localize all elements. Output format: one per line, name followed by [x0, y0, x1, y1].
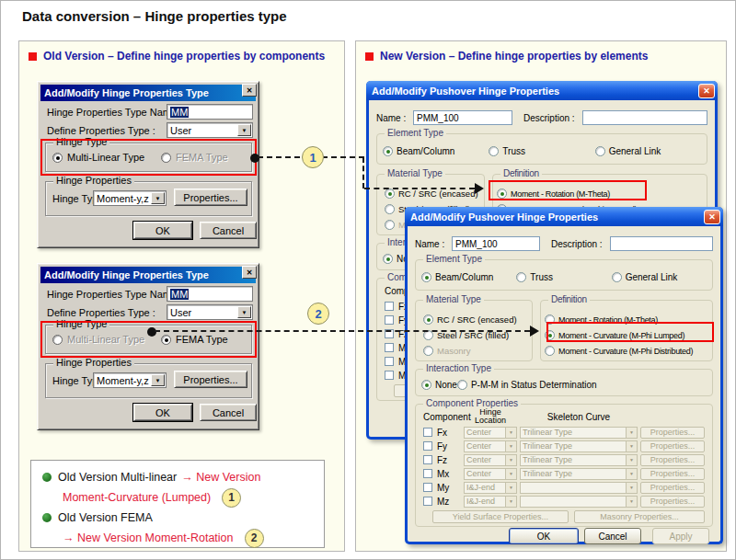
chevron-down-icon: ▼: [626, 455, 637, 465]
dashed-connector-1: [362, 157, 364, 189]
component-label: My: [437, 483, 449, 493]
highlight-box-mphi-lumped: [546, 322, 714, 342]
hinge-type-value: Moment-y,z: [97, 375, 149, 386]
legend-box: Old Version Multi-linear → New Version M…: [30, 460, 325, 548]
radio-beam-column-label: Beam/Column: [435, 272, 493, 282]
skeleton-curve-select: Trilinear Type▼: [520, 440, 638, 452]
chevron-down-icon[interactable]: ▼: [237, 124, 251, 136]
hinge-name-input[interactable]: MM: [167, 286, 253, 302]
radio-none[interactable]: None: [421, 380, 457, 390]
hinge-type-value: Moment-y,z: [97, 193, 149, 204]
radio-rc-src[interactable]: RC / SRC (encased): [423, 312, 528, 327]
component-checkbox[interactable]: [423, 469, 432, 478]
radio-masonry: Masonry: [423, 343, 528, 359]
define-type-select[interactable]: User ▼: [167, 304, 253, 320]
chevron-down-icon: ▼: [626, 469, 637, 479]
col-component: Component: [423, 412, 464, 422]
radio-beam-column-label: Beam/Column: [397, 146, 454, 156]
radio-icon: [595, 146, 605, 156]
radio-beam-column[interactable]: Beam/Column: [421, 272, 516, 282]
legend-item-2-red: → New Version Moment-Rotation: [63, 528, 234, 548]
name-label: Name :: [415, 239, 452, 249]
define-type-value: User: [170, 307, 191, 318]
radio-mphi-distributed[interactable]: Moment - Curvature (M-Phi Distributed): [545, 343, 710, 359]
component-checkbox[interactable]: [385, 357, 394, 366]
define-type-select[interactable]: User ▼: [167, 122, 253, 138]
pushover-hinge-dialog-front: Add/Modify Pushover Hinge Properties ✕ N…: [405, 207, 723, 544]
component-group-label: Component Properties: [423, 399, 521, 408]
chevron-down-icon: ▼: [505, 455, 516, 465]
callout-badge-1: 1: [302, 146, 324, 168]
component-checkbox[interactable]: [385, 315, 394, 325]
arrow-head-icon: [475, 183, 484, 194]
close-icon[interactable]: ✕: [704, 210, 720, 224]
chevron-down-icon: ▼: [505, 441, 516, 451]
row-properties-button: Properties...: [640, 482, 705, 494]
component-checkbox[interactable]: [385, 371, 394, 380]
radio-truss[interactable]: Truss: [516, 272, 611, 282]
radio-general-link[interactable]: General Link: [595, 146, 701, 156]
component-checkbox[interactable]: [423, 497, 432, 506]
dialog-title: Add/Modify Pushover Hinge Properties: [372, 86, 559, 97]
legend-item-1: Old Version Multi-linear → New Version: [42, 467, 313, 487]
dialog-title: Add/Modify Hinge Properties Type: [44, 269, 209, 280]
cancel-button[interactable]: Cancel: [200, 404, 257, 421]
component-checkbox[interactable]: [385, 343, 394, 352]
description-label: Description :: [523, 113, 582, 123]
name-row: Name : PMM_100 Description :: [415, 235, 713, 252]
legend-item-1-line2: Moment-Curvature (Lumped) 1: [42, 487, 313, 508]
hinge-type-select[interactable]: Moment-y,z ▼: [93, 190, 167, 206]
radio-icon: [421, 380, 431, 390]
ok-button[interactable]: OK: [133, 404, 192, 421]
callout-badge-1: 1: [222, 488, 241, 508]
hinge-location-select: Center▼: [464, 440, 517, 452]
radio-icon: [421, 272, 431, 282]
component-label: Fx: [437, 428, 447, 438]
legend-item-1-red: → New Version: [181, 467, 260, 487]
skeleton-curve-select: Trilinear Type▼: [520, 454, 638, 466]
chevron-down-icon[interactable]: ▼: [151, 374, 165, 386]
hinge-name-value: MM: [170, 107, 189, 118]
component-properties-group: Component Properties Component Hinge Loc…: [415, 404, 713, 527]
component-checkbox[interactable]: [423, 428, 432, 437]
ok-button[interactable]: OK: [133, 222, 192, 239]
component-checkbox[interactable]: [423, 455, 432, 464]
hinge-type-select[interactable]: Moment-y,z ▼: [93, 372, 167, 388]
radio-mphi-distributed-label: Moment - Curvature (M-Phi Distributed): [558, 347, 693, 356]
hinge-location-select: Center▼: [464, 454, 517, 466]
radio-pmm-label: P-M-M in Status Determination: [471, 380, 597, 390]
radio-beam-column[interactable]: Beam/Column: [383, 146, 489, 156]
component-checkbox[interactable]: [423, 483, 432, 492]
cancel-button[interactable]: Cancel: [584, 528, 641, 544]
description-input[interactable]: [582, 110, 707, 125]
name-input[interactable]: PMM_100: [452, 236, 540, 251]
chevron-down-icon[interactable]: ▼: [151, 192, 165, 204]
radio-pmm[interactable]: P-M-M in Status Determination: [457, 380, 597, 390]
close-icon[interactable]: ✕: [242, 84, 257, 97]
description-input[interactable]: [610, 236, 713, 251]
dialog-titlebar[interactable]: Add/Modify Pushover Hinge Properties ✕: [405, 207, 723, 226]
component-checkbox[interactable]: [385, 302, 394, 311]
properties-button[interactable]: Properties...: [174, 371, 247, 388]
properties-button[interactable]: Properties...: [174, 189, 247, 206]
close-icon[interactable]: ✕: [242, 266, 257, 279]
component-row-mx: Mx Center▼ Trilinear Type▼ Properties...: [423, 467, 705, 480]
ok-button[interactable]: OK: [509, 528, 579, 544]
old-panel-header-label: Old Version – Define hinge properties by…: [43, 50, 325, 63]
radio-general-link[interactable]: General Link: [612, 272, 707, 282]
dialog-titlebar[interactable]: Add/Modify Pushover Hinge Properties ✕: [366, 81, 718, 100]
chevron-down-icon[interactable]: ▼: [237, 306, 251, 318]
radio-masonry-label: Masonry: [437, 346, 470, 356]
close-icon[interactable]: ✕: [698, 84, 715, 98]
arrow-head-icon: [530, 326, 539, 337]
legend-item-2-text: Old Version FEMA: [58, 508, 153, 528]
component-checkbox[interactable]: [423, 441, 432, 451]
name-input[interactable]: PMM_100: [413, 110, 512, 125]
chevron-down-icon: ▼: [626, 428, 637, 438]
radio-truss[interactable]: Truss: [489, 146, 594, 156]
hinge-name-input[interactable]: MM: [167, 104, 253, 120]
dialog-titlebar[interactable]: Add/Modify Hinge Properties Type: [40, 267, 256, 283]
legend-item-1-text: Old Version Multi-linear: [58, 467, 177, 487]
dialog-titlebar[interactable]: Add/Modify Hinge Properties Type: [40, 85, 256, 101]
cancel-button[interactable]: Cancel: [200, 222, 257, 239]
